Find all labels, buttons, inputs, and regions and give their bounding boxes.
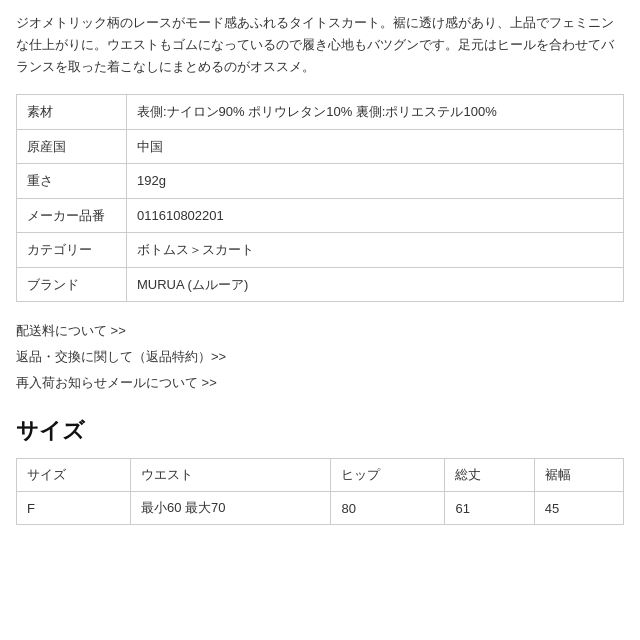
size-column-header: ヒップ [331, 459, 445, 492]
info-link[interactable]: 再入荷お知らせメールについて >> [16, 370, 624, 396]
spec-row: メーカー品番011610802201 [17, 198, 624, 233]
size-table: サイズウエストヒップ総丈裾幅 F最小60 最大70806145 [16, 458, 624, 525]
size-cell: 最小60 最大70 [130, 492, 330, 525]
size-section-title: サイズ [16, 416, 624, 446]
size-cell: 45 [534, 492, 623, 525]
spec-value: 表側:ナイロン90% ポリウレタン10% 裏側:ポリエステル100% [127, 95, 624, 130]
size-column-header: サイズ [17, 459, 131, 492]
spec-label: メーカー品番 [17, 198, 127, 233]
spec-label: カテゴリー [17, 233, 127, 268]
size-cell: 61 [445, 492, 534, 525]
info-link[interactable]: 返品・交換に関して（返品特約）>> [16, 344, 624, 370]
size-cell: F [17, 492, 131, 525]
size-column-header: ウエスト [130, 459, 330, 492]
spec-label: 重さ [17, 164, 127, 199]
product-description: ジオメトリック柄のレースがモード感あふれるタイトスカート。裾に透け感があり、上品… [16, 12, 624, 78]
spec-row: 素材表側:ナイロン90% ポリウレタン10% 裏側:ポリエステル100% [17, 95, 624, 130]
links-section: 配送料について >>返品・交換に関して（返品特約）>>再入荷お知らせメールについ… [16, 318, 624, 396]
spec-table: 素材表側:ナイロン90% ポリウレタン10% 裏側:ポリエステル100%原産国中… [16, 94, 624, 302]
size-row: F最小60 最大70806145 [17, 492, 624, 525]
size-cell: 80 [331, 492, 445, 525]
spec-label: ブランド [17, 267, 127, 302]
spec-value: 011610802201 [127, 198, 624, 233]
spec-label: 素材 [17, 95, 127, 130]
spec-row: カテゴリーボトムス＞スカート [17, 233, 624, 268]
spec-value: MURUA (ムルーア) [127, 267, 624, 302]
size-column-header: 裾幅 [534, 459, 623, 492]
spec-value: ボトムス＞スカート [127, 233, 624, 268]
spec-row: 原産国中国 [17, 129, 624, 164]
spec-value: 192g [127, 164, 624, 199]
info-link[interactable]: 配送料について >> [16, 318, 624, 344]
size-column-header: 総丈 [445, 459, 534, 492]
spec-value: 中国 [127, 129, 624, 164]
spec-row: 重さ192g [17, 164, 624, 199]
spec-label: 原産国 [17, 129, 127, 164]
spec-row: ブランドMURUA (ムルーア) [17, 267, 624, 302]
